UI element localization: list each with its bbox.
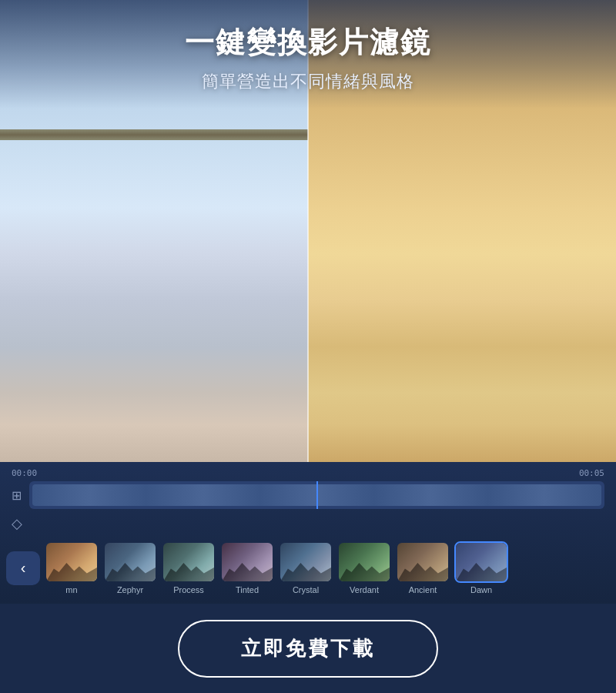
- filters-row: ‹ mnZephyrProcessTintedCrystalVerdantAnc…: [0, 535, 616, 601]
- filter-label-dawn: Dawn: [470, 585, 492, 594]
- filter-thumb-dawn: [454, 541, 508, 583]
- download-button[interactable]: 立即免費下載: [178, 620, 438, 678]
- bottom-section: 立即免費下載: [0, 604, 616, 693]
- filter-thumb-inner-autumn: [46, 543, 97, 581]
- filter-label-verdant: Verdant: [350, 585, 379, 594]
- filter-label-tinted: Tinted: [236, 585, 259, 594]
- filter-thumb-autumn: [45, 541, 99, 583]
- time-labels: 00:00 00:05: [0, 468, 616, 478]
- filter-item-autumn[interactable]: mn: [45, 541, 99, 594]
- time-start: 00:00: [12, 468, 37, 478]
- main-title: 一鍵變換影片濾鏡: [15, 23, 601, 62]
- filter-thumb-inner-dawn: [456, 543, 507, 581]
- filter-thumb-tinted: [220, 541, 274, 583]
- filter-label-ancient: Ancient: [409, 585, 437, 594]
- filter-thumb-inner-process: [163, 543, 214, 581]
- filter-thumb-inner-verdant: [339, 543, 390, 581]
- timeline-header: ⊞: [0, 481, 616, 509]
- timeline-playhead[interactable]: [316, 481, 318, 509]
- filter-thumb-zephyr: [103, 541, 157, 583]
- hero-image: 一鍵變換影片濾鏡 簡單營造出不同情緒與風格: [0, 0, 616, 462]
- filter-label-crystal: Crystal: [293, 585, 319, 594]
- back-button[interactable]: ‹: [6, 551, 40, 585]
- filter-label-zephyr: Zephyr: [117, 585, 143, 594]
- filter-item-crystal[interactable]: Crystal: [279, 541, 333, 594]
- editor-panel: 00:00 00:05 ⊞ ◇ ‹ mnZephyrProcessTintedC…: [0, 462, 616, 604]
- filter-thumb-inner-zephyr: [105, 543, 156, 581]
- filter-item-ancient[interactable]: Ancient: [396, 541, 450, 594]
- filter-thumb-ancient: [396, 541, 450, 583]
- grid-icon: ⊞: [12, 488, 22, 503]
- filter-item-process[interactable]: Process: [162, 541, 216, 594]
- filter-thumb-process: [162, 541, 216, 583]
- filter-thumb-inner-crystal: [280, 543, 331, 581]
- pullup-bar: [0, 129, 308, 140]
- time-end: 00:05: [579, 468, 604, 478]
- filter-thumb-inner-tinted: [222, 543, 273, 581]
- filter-thumb-crystal: [279, 541, 333, 583]
- filter-label-autumn: mn: [65, 585, 77, 594]
- overlay-text-block: 一鍵變換影片濾鏡 簡單營造出不同情緒與風格: [0, 0, 616, 109]
- filter-label-process: Process: [173, 585, 204, 594]
- sub-title: 簡單營造出不同情緒與風格: [15, 70, 601, 93]
- filter-item-tinted[interactable]: Tinted: [220, 541, 274, 594]
- tool-row: ◇: [0, 512, 616, 535]
- filter-item-verdant[interactable]: Verdant: [337, 541, 391, 594]
- filter-thumb-verdant: [337, 541, 391, 583]
- filter-item-dawn[interactable]: Dawn: [454, 541, 508, 594]
- filter-thumb-inner-ancient: [397, 543, 448, 581]
- filter-item-zephyr[interactable]: Zephyr: [103, 541, 157, 594]
- timeline-bar[interactable]: [29, 481, 604, 509]
- diamond-icon[interactable]: ◇: [12, 515, 22, 532]
